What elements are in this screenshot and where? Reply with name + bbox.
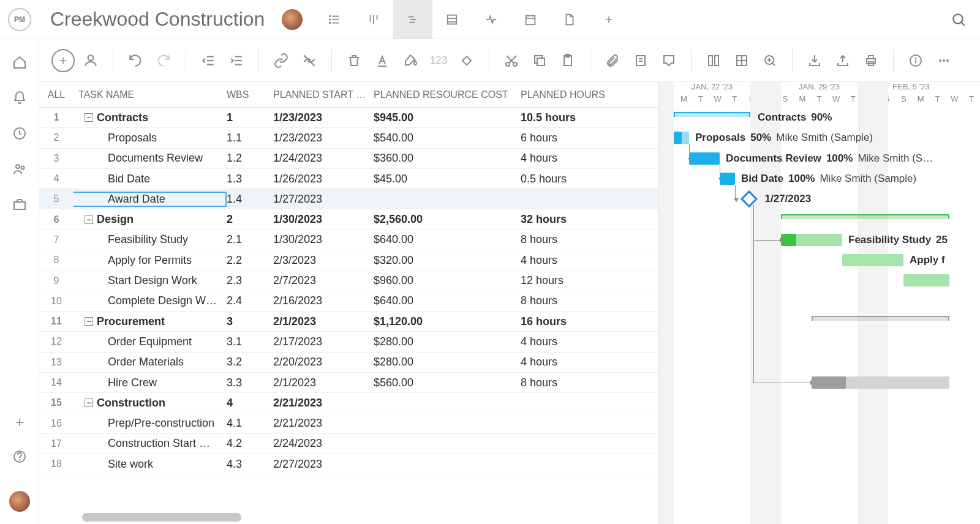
task-row[interactable]: 7Feasibility Study2.11/30/2023$640.008 h… — [39, 230, 658, 250]
task-row[interactable]: 2Proposals1.11/23/2023$540.006 hours — [39, 128, 658, 148]
collapse-icon[interactable]: − — [85, 399, 93, 407]
text-format-button[interactable] — [370, 48, 394, 73]
task-bar[interactable] — [903, 274, 949, 286]
help-icon[interactable] — [12, 449, 27, 464]
view-calendar-icon[interactable] — [511, 0, 550, 39]
notes-button[interactable] — [628, 48, 653, 73]
task-name-cell[interactable]: Order Materials — [74, 356, 227, 369]
outdent-button[interactable] — [196, 48, 221, 73]
collapse-icon[interactable]: − — [85, 215, 93, 224]
summary-bar[interactable] — [674, 112, 750, 117]
task-name-cell[interactable]: Apply for Permits — [74, 254, 227, 267]
task-row[interactable]: 8Apply for Permits2.22/3/2023$320.004 ho… — [39, 250, 658, 271]
view-files-icon[interactable] — [550, 0, 589, 39]
task-name-cell[interactable]: Bid Date — [74, 173, 227, 185]
task-name-cell[interactable]: Construction Start … — [74, 437, 227, 450]
task-name-cell[interactable]: Prep/Pre-construction — [74, 417, 227, 430]
home-icon[interactable] — [12, 55, 27, 70]
task-name-cell[interactable]: −Contracts — [74, 111, 227, 124]
task-name-cell[interactable]: Award Date — [74, 192, 227, 207]
task-row[interactable]: 1−Contracts11/23/2023$945.0010.5 hours — [39, 108, 658, 128]
task-row[interactable]: 3Documents Review1.21/24/2023$360.004 ho… — [39, 149, 658, 169]
summary-bar[interactable] — [781, 214, 949, 219]
task-row[interactable]: 12Order Equipment3.12/17/2023$280.004 ho… — [39, 332, 658, 352]
info-button[interactable] — [903, 48, 928, 73]
unlink-button[interactable] — [297, 48, 322, 73]
task-row[interactable]: 13Order Materials3.22/20/2023$280.004 ho… — [39, 353, 658, 373]
people-icon[interactable] — [12, 162, 27, 176]
view-gantt-icon[interactable] — [393, 0, 432, 39]
col-header-start[interactable]: PLANNED START … — [273, 89, 374, 100]
view-add-icon[interactable] — [589, 0, 628, 39]
fill-color-button[interactable] — [398, 48, 423, 73]
print-button[interactable] — [859, 48, 883, 73]
task-row[interactable]: 5Award Date1.41/27/2023 — [39, 189, 658, 209]
gantt-chart[interactable]: JAN, 22 '23JAN, 29 '23FEB, 5 '23SMTWTFSS… — [658, 82, 980, 524]
attach-button[interactable] — [600, 48, 625, 73]
redo-button[interactable] — [151, 48, 176, 73]
export-button[interactable] — [831, 48, 855, 73]
task-row[interactable]: 4Bid Date1.31/26/2023$45.000.5 hours — [39, 169, 658, 189]
more-button[interactable] — [932, 48, 956, 73]
view-board-icon[interactable] — [354, 0, 393, 39]
task-name-cell[interactable]: Start Design Work — [74, 274, 227, 287]
task-row[interactable]: 9Start Design Work2.32/7/2023$960.0012 h… — [39, 271, 658, 291]
task-row[interactable]: 10Complete Design W…2.42/16/2023$640.008… — [39, 291, 658, 312]
clock-icon[interactable] — [12, 126, 27, 141]
grid-button[interactable] — [729, 48, 754, 73]
task-name-cell[interactable]: −Construction — [74, 397, 227, 410]
task-row[interactable]: 17Construction Start …4.22/24/2023 — [39, 434, 658, 454]
task-name-cell[interactable]: Documents Review — [74, 152, 227, 165]
task-name-cell[interactable]: Site work — [74, 458, 227, 471]
task-name-cell[interactable]: Hire Crew — [74, 376, 227, 389]
col-header-cost[interactable]: PLANNED RESOURCE COST — [374, 89, 521, 100]
task-row[interactable]: 14Hire Crew3.32/1/2023$560.008 hours — [39, 373, 658, 393]
task-row[interactable]: 18Site work4.32/27/2023 — [39, 454, 658, 474]
hours-cell: 4 hours — [521, 254, 619, 267]
paste-button[interactable] — [556, 48, 580, 73]
task-name-cell[interactable]: Feasibility Study — [74, 233, 227, 246]
task-name-cell[interactable]: Complete Design W… — [74, 294, 227, 307]
task-name-cell[interactable]: Order Equipment — [74, 335, 227, 348]
view-activity-icon[interactable] — [472, 0, 511, 39]
plus-icon[interactable] — [13, 416, 26, 429]
indent-button[interactable] — [224, 48, 249, 73]
task-row[interactable]: 16Prep/Pre-construction4.12/21/2023 — [39, 413, 658, 433]
task-name-cell[interactable]: −Procurement — [74, 315, 227, 328]
user-avatar[interactable] — [9, 491, 30, 512]
milestone-button[interactable] — [454, 48, 479, 73]
search-icon[interactable] — [943, 4, 974, 35]
briefcase-icon[interactable] — [12, 197, 27, 212]
summary-bar[interactable] — [812, 316, 949, 321]
project-avatar[interactable] — [282, 9, 303, 30]
col-header-all[interactable]: ALL — [39, 89, 74, 100]
comment-button[interactable] — [657, 48, 681, 73]
task-row[interactable]: 6−Design21/30/2023$2,560.0032 hours — [39, 209, 658, 230]
task-name-cell[interactable]: −Design — [74, 213, 227, 226]
col-header-wbs[interactable]: WBS — [227, 89, 273, 100]
app-logo[interactable]: PM — [0, 8, 39, 31]
link-button[interactable] — [269, 48, 293, 73]
assign-button[interactable] — [78, 48, 103, 73]
number-format-button[interactable]: 123 — [426, 48, 451, 73]
copy-button[interactable] — [527, 48, 552, 73]
task-row[interactable]: 15−Construction42/21/2023 — [39, 393, 658, 413]
delete-button[interactable] — [342, 48, 366, 73]
add-task-button[interactable] — [51, 49, 75, 72]
task-name-cell[interactable]: Proposals — [74, 132, 227, 144]
zoom-button[interactable] — [758, 48, 782, 73]
col-header-hours[interactable]: PLANNED HOURS — [521, 89, 619, 100]
undo-button[interactable] — [123, 48, 148, 73]
cut-button[interactable] — [499, 48, 524, 73]
view-list-icon[interactable] — [315, 0, 354, 39]
import-button[interactable] — [802, 48, 827, 73]
task-row[interactable]: 11−Procurement32/1/2023$1,120.0016 hours — [39, 312, 658, 332]
view-sheet-icon[interactable] — [432, 0, 472, 39]
task-bar[interactable] — [842, 254, 903, 266]
collapse-icon[interactable]: − — [85, 317, 93, 326]
horizontal-scrollbar[interactable] — [82, 513, 241, 522]
col-header-name[interactable]: TASK NAME — [74, 89, 227, 100]
collapse-icon[interactable]: − — [85, 113, 93, 122]
columns-button[interactable] — [701, 48, 726, 73]
bell-icon[interactable] — [12, 91, 27, 105]
